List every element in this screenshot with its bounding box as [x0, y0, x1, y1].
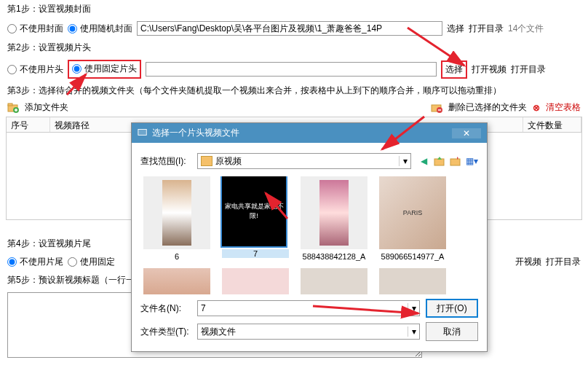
chevron-down-icon[interactable]: ▾ — [399, 156, 410, 166]
dialog-titlebar[interactable]: 选择一个片头视频文件 ✕ — [132, 123, 487, 143]
cover-file-count: 14个文件 — [508, 23, 544, 35]
radio-no-cover[interactable]: 不使用封面 — [7, 23, 63, 35]
open-button[interactable]: 打开(O) — [426, 299, 478, 318]
filetype-label: 文件类型(T): — [140, 326, 191, 338]
radio-no-intro[interactable]: 不使用片头 — [7, 63, 63, 76]
new-folder-icon[interactable] — [449, 154, 462, 168]
add-folder-icon — [7, 102, 19, 114]
open-intro-dir-button[interactable]: 打开目录 — [511, 63, 546, 76]
dialog-title-text: 选择一个片头视频文件 — [152, 127, 239, 139]
step5-label: 第5步：预设新视频标题（一行一 — [7, 274, 135, 286]
thumb-item[interactable]: PARIS 589066514977_A — [379, 176, 446, 261]
radio-random-cover[interactable]: 使用随机封面 — [68, 23, 132, 35]
lookin-label: 查找范围(I): — [140, 155, 191, 168]
up-icon[interactable] — [433, 154, 446, 168]
filename-value: 7 — [198, 303, 408, 313]
highlight-fixed-intro: 使用固定片头 — [68, 60, 141, 79]
choose-intro-button[interactable]: 选择 — [445, 64, 463, 74]
radio-fixed-outro[interactable]: 使用固定 — [68, 256, 115, 268]
step2-options: 不使用片头 使用固定片头 选择 打开视频 打开目录 — [0, 57, 588, 82]
thumb-partial-row — [143, 268, 475, 294]
step2-label: 第2步：设置视频片头 — [7, 42, 91, 54]
thumb-item[interactable]: 6 — [143, 176, 210, 261]
step3-row: 第3步：选择待合并的视频文件夹（每个文件夹随机提取一个视频出来合并，按表格中从上… — [0, 82, 588, 100]
svg-rect-7 — [450, 159, 460, 165]
radio-fixed-intro[interactable]: 使用固定片头 — [72, 63, 137, 75]
cancel-button[interactable]: 取消 — [426, 322, 478, 341]
intro-path-input[interactable] — [146, 62, 437, 77]
file-dialog: 选择一个片头视频文件 ✕ 查找范围(I): 原视频 ▾ ◀ ▦▾ 6 — [131, 122, 488, 352]
dialog-close-button[interactable]: ✕ — [452, 128, 481, 138]
cover-path-input[interactable] — [137, 21, 442, 36]
lookin-value: 原视频 — [215, 155, 399, 168]
thumbnail-list: 6 家电共享就是家电不限! 7 588438842128_A PARIS 589… — [143, 176, 475, 261]
svg-rect-6 — [434, 159, 444, 165]
add-folder-button[interactable]: 添加文件夹 — [25, 101, 68, 114]
filename-label: 文件名(N): — [140, 302, 191, 315]
col-index[interactable]: 序号 — [7, 117, 50, 132]
step3-label: 第3步：选择待合并的视频文件夹（每个文件夹随机提取一个视频出来合并，按表格中从上… — [7, 85, 501, 97]
clear-icon: ⊗ — [533, 103, 540, 113]
filetype-combo[interactable]: 视频文件 ▾ — [197, 324, 420, 340]
choose-cover-button[interactable]: 选择 — [447, 23, 464, 35]
chevron-down-icon[interactable]: ▾ — [408, 303, 419, 313]
folder-icon — [201, 156, 212, 166]
filename-combo[interactable]: 7 ▾ — [197, 300, 420, 316]
svg-rect-1 — [8, 103, 12, 106]
view-menu-icon[interactable]: ▦▾ — [465, 154, 478, 168]
dialog-icon — [138, 127, 148, 139]
chevron-down-icon[interactable]: ▾ — [408, 326, 419, 337]
step1-options: 不使用封面 使用随机封面 选择 打开目录 14个文件 — [0, 18, 588, 39]
step3-toolbar: 添加文件夹 删除已选择的文件夹 ⊗ 清空表格 — [0, 100, 588, 115]
open-cover-dir-button[interactable]: 打开目录 — [469, 23, 504, 35]
delete-folder-icon — [431, 102, 442, 114]
radio-no-outro[interactable]: 不使用片尾 — [7, 256, 63, 268]
lookin-combo[interactable]: 原视频 ▾ — [197, 153, 411, 169]
open-intro-video-button[interactable]: 打开视频 — [472, 63, 506, 76]
step1-row: 第1步：设置视频封面 — [0, 0, 588, 18]
step4-label: 第4步：设置视频片尾 — [7, 238, 91, 250]
col-count[interactable]: 文件数量 — [523, 117, 581, 132]
step2-row: 第2步：设置视频片头 — [0, 39, 588, 57]
back-icon[interactable]: ◀ — [417, 154, 430, 168]
thumb-item[interactable]: 588438842128_A — [301, 176, 368, 261]
step1-label: 第1步：设置视频封面 — [7, 3, 91, 15]
clear-table-button[interactable]: 清空表格 — [546, 101, 581, 114]
open-outro-dir-button[interactable]: 打开目录 — [546, 256, 581, 268]
thumb-item-selected[interactable]: 家电共享就是家电不限! 7 — [222, 176, 289, 261]
svg-rect-5 — [138, 130, 146, 136]
open-outro-video-button[interactable]: 开视频 — [515, 256, 541, 268]
filetype-value: 视频文件 — [198, 326, 408, 338]
delete-folder-button[interactable]: 删除已选择的文件夹 — [448, 101, 527, 114]
highlight-choose-intro: 选择 — [441, 60, 467, 79]
